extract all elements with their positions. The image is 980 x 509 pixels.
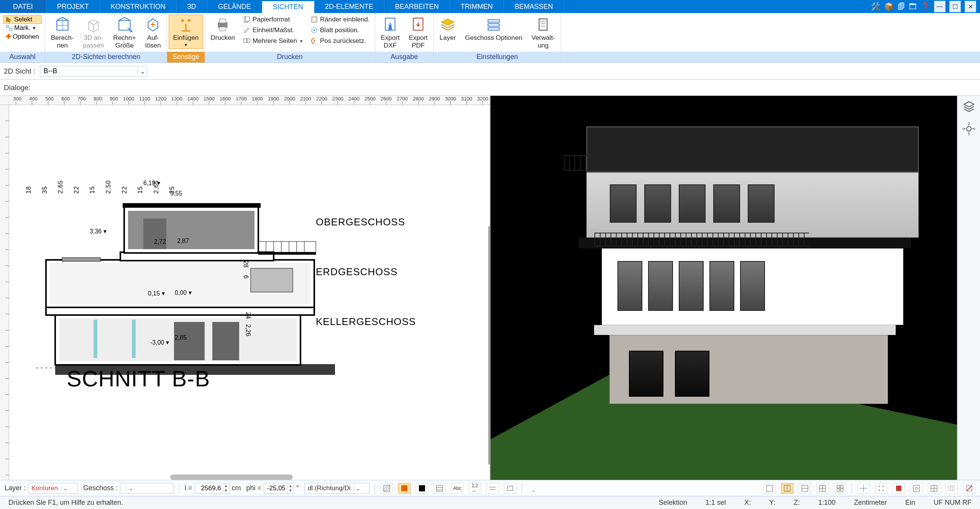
optionen-button[interactable]: ✚ Optionen: [3, 32, 42, 41]
export-pdf-button[interactable]: Export PDF: [405, 15, 432, 51]
view-split-h-button[interactable]: [799, 483, 811, 494]
menu-tab-2delemente[interactable]: 2D-ELEMENTE: [314, 0, 384, 13]
chevron-down-icon[interactable]: ⌄: [138, 67, 147, 76]
berechnen-button[interactable]: Berech- nen: [47, 15, 78, 51]
box-icon[interactable]: 📦: [884, 2, 894, 11]
menu-tab-konstruktion[interactable]: KONSTRUKTION: [100, 0, 177, 13]
input-2dsicht[interactable]: [40, 67, 138, 75]
copy-icon[interactable]: 🗐: [898, 2, 905, 11]
menu-tab-bearbeiten[interactable]: BEARBEITEN: [384, 0, 450, 13]
window-icon[interactable]: 🗔: [909, 2, 917, 11]
menu-tab-trimmen[interactable]: TRIMMEN: [450, 0, 504, 13]
view-single-button[interactable]: [763, 483, 776, 494]
verwaltung-button[interactable]: Verwalt- ung: [527, 15, 559, 51]
papierformat-button[interactable]: Papierformat: [240, 15, 307, 25]
view-split-v-button[interactable]: [781, 483, 793, 494]
rect-outline-button[interactable]: [504, 483, 516, 494]
geschoss-optionen-button[interactable]: Geschoss Optionen: [461, 15, 526, 44]
spin-down-icon[interactable]: ▼: [287, 488, 294, 493]
spin-up-icon[interactable]: ▲: [287, 484, 294, 488]
phi-input-field[interactable]: [264, 484, 287, 492]
scrollbar-horizontal[interactable]: [170, 475, 293, 480]
double-line-button[interactable]: [486, 483, 499, 494]
spin-down-icon[interactable]: ▼: [223, 488, 229, 493]
drucken-button[interactable]: Drucken: [207, 15, 239, 44]
hatch-pattern-button[interactable]: [433, 483, 446, 494]
section-drawing: [36, 192, 335, 376]
toggle-red-button[interactable]: [893, 483, 905, 494]
close-button[interactable]: ✕: [965, 1, 976, 12]
selekt-button[interactable]: Selekt: [3, 15, 42, 24]
status-flags: UF NUM RF: [930, 499, 975, 507]
3d-anpassen-label: 3D an- passen: [83, 34, 104, 49]
menu-tab-projekt[interactable]: PROJEKT: [46, 0, 100, 13]
combo-2dsicht[interactable]: ⌄: [40, 66, 147, 77]
grid-dots-button[interactable]: [875, 483, 887, 494]
caret-button[interactable]: ‸: [527, 483, 540, 494]
layers-icon[interactable]: [961, 99, 977, 114]
svg-rect-12: [247, 39, 250, 43]
orbit-icon[interactable]: [961, 121, 977, 136]
mark-label: Mark.: [14, 24, 31, 32]
maximize-button[interactable]: ☐: [949, 1, 961, 12]
svg-rect-71: [837, 485, 840, 488]
3d-anpassen-button[interactable]: 3D an- passen: [79, 15, 108, 51]
einheit-massst-button[interactable]: Einheit/Maßst.: [240, 25, 307, 35]
help-icon[interactable]: ❓: [921, 2, 930, 11]
aufloesen-button[interactable]: Auf- lösen: [141, 15, 165, 51]
menu-tab-bemassen[interactable]: BEMASSEN: [504, 0, 564, 13]
einfuegen-button[interactable]: Einfügen ▼: [169, 15, 203, 49]
view-grid-lines-button[interactable]: [816, 483, 829, 494]
dim-619: 6,19 ▾: [143, 179, 160, 187]
dl-combo[interactable]: dl (Richtung/Di ⌄: [304, 483, 369, 494]
layer-combo[interactable]: Konturen ⌄: [28, 483, 78, 494]
mark-button[interactable]: Mark. ▼: [3, 24, 42, 32]
aufloesen-label: Auf- lösen: [145, 34, 161, 49]
dimension-12-button[interactable]: 1,2↔: [469, 483, 481, 494]
chevron-down-icon[interactable]: ⌄: [354, 485, 362, 491]
ribbon-group-sonstige: Einfügen ▼ Sonstige: [167, 13, 205, 62]
pos-zuruecksetz-button[interactable]: Pos zurücksetz.: [307, 36, 373, 46]
chevron-down-icon[interactable]: ⌄: [61, 485, 69, 491]
hatch-style-a-button[interactable]: [381, 483, 393, 494]
grid-small-button[interactable]: [946, 483, 958, 494]
text-abc-button[interactable]: Abc: [451, 483, 463, 494]
fill-solid-button[interactable]: [416, 483, 428, 494]
menu-tab-3d[interactable]: 3D: [177, 0, 207, 13]
dim-000: 0,00 ▾: [175, 289, 192, 296]
menu-file[interactable]: DATEI: [0, 0, 46, 13]
snap-grid-button[interactable]: [910, 483, 923, 494]
svg-rect-57: [401, 485, 407, 491]
geschoss-combo[interactable]: ⌄: [120, 483, 174, 494]
menu-tab-sichten[interactable]: SICHTEN: [262, 0, 314, 13]
layer-field-label: Layer :: [5, 484, 26, 492]
minimize-button[interactable]: —: [934, 1, 946, 12]
grid-button[interactable]: [928, 483, 940, 494]
svg-rect-44: [258, 252, 316, 254]
dim-226: 2,26: [245, 324, 251, 336]
menu-tab-gelaende[interactable]: GELÄNDE: [207, 0, 262, 13]
raender-einblend-button[interactable]: Ränder einblend.: [307, 15, 373, 25]
l-input-field[interactable]: [195, 484, 223, 492]
hatch-style-b-button[interactable]: [398, 483, 410, 494]
pane-3d[interactable]: 3000310032003300340035003600370038003900…: [491, 96, 980, 480]
layer-button[interactable]: Layer: [435, 15, 460, 44]
view-quad-button[interactable]: [834, 483, 846, 494]
chevron-down-icon[interactable]: ⌄: [126, 485, 135, 491]
svg-rect-38: [251, 268, 293, 292]
spin-up-icon[interactable]: ▲: [223, 484, 229, 488]
guides-cross-button[interactable]: [857, 483, 870, 494]
rechn-groesse-button[interactable]: Rechn+ Größe: [109, 15, 140, 51]
tools-icon[interactable]: 🛠️: [871, 2, 880, 11]
l-input[interactable]: ▲▼: [195, 483, 230, 494]
toolstrip-3d: [957, 96, 980, 480]
snap-off-button[interactable]: [963, 483, 975, 494]
svg-rect-33: [174, 322, 205, 360]
blatt-position-button[interactable]: Blatt position.: [307, 25, 373, 35]
mehrere-seiten-button[interactable]: Mehrere Seiten▼: [240, 36, 307, 46]
dim-272: 2,72: [154, 238, 166, 245]
canvas-2d[interactable]: 18 35 2,65 22 15 2,50 22 15 2,65 25: [9, 105, 490, 480]
phi-input[interactable]: ▲▼: [264, 483, 294, 494]
pane-2d[interactable]: 3004005006007008009001000110012001300140…: [0, 96, 491, 480]
export-dxf-button[interactable]: Export DXF: [377, 15, 404, 51]
